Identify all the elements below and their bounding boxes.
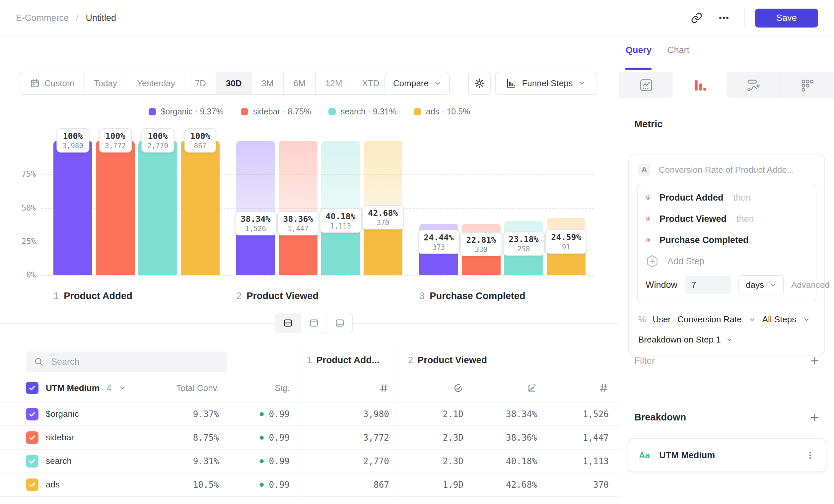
breakdown-section: Breakdown [634, 412, 820, 423]
view-option-layout-top[interactable] [301, 313, 327, 333]
range-label: 6M [293, 78, 306, 89]
row-checkbox[interactable] [26, 455, 39, 467]
legend-item-search[interactable]: search · 9.31% [328, 107, 396, 116]
share-link-icon[interactable] [687, 8, 706, 27]
range-3m[interactable]: 3M [252, 72, 284, 94]
row-viewed-pct: 38.36% [506, 433, 537, 443]
add-breakdown-icon[interactable] [809, 412, 820, 423]
breakdown-on-step-select[interactable]: Breakdown on Step 1 [629, 325, 825, 345]
row-step1-count: 867 [374, 480, 389, 490]
metric-section-label: Metric [634, 119, 662, 130]
more-menu-icon[interactable] [715, 8, 733, 27]
advanced-toggle[interactable]: Advanced [791, 280, 834, 290]
bar-pct-label: 100% [62, 131, 83, 141]
bar-count-label: 867 [190, 142, 210, 150]
funnel-bar-search[interactable] [138, 141, 177, 275]
property-type-badge: Aa [639, 450, 650, 461]
breadcrumb-current[interactable]: Untitled [86, 13, 116, 23]
add-step-button[interactable]: Add Step [638, 251, 816, 272]
chart-kind-flow[interactable] [726, 72, 780, 98]
row-name: search [46, 456, 72, 466]
chart-kind-dots[interactable] [780, 72, 834, 98]
tab-line-chart-icon [639, 78, 654, 92]
legend-swatch [414, 108, 421, 115]
metric-step-2[interactable]: 2Product Viewedthen [638, 208, 816, 229]
range-label: Custom [44, 78, 74, 89]
metric-card: A Conversion Rate of Product Adde... 1Pr… [628, 155, 825, 356]
table-search[interactable] [26, 351, 227, 372]
funnel-bar-sidebar[interactable] [96, 141, 135, 275]
step-event-name: Purchase Completed [659, 235, 749, 245]
tab-query[interactable]: Query [626, 45, 652, 55]
tab-chart[interactable]: Chart [667, 45, 689, 55]
save-button[interactable]: Save [755, 8, 818, 27]
chevron-down-icon[interactable] [748, 316, 756, 323]
percent-symbol: % [638, 314, 646, 325]
measure-select[interactable]: Conversion Rate [677, 314, 742, 325]
range-30d[interactable]: 30D [216, 72, 252, 94]
total-conv-header[interactable]: Total Conv. [176, 383, 219, 393]
legend-item-ads[interactable]: ads · 10.5% [414, 107, 470, 116]
step-hexagon-badge: 2 [645, 216, 651, 222]
bar-count-label: 91 [551, 243, 581, 251]
chevron-down-icon[interactable] [119, 384, 126, 392]
utm-medium-label[interactable]: UTM Medium [46, 383, 100, 393]
breakdown-property-card[interactable]: Aa UTM Medium [628, 438, 826, 472]
steps-scope-select[interactable]: All Steps [762, 314, 796, 325]
chart-settings-button[interactable] [468, 72, 491, 95]
search-icon [34, 357, 44, 367]
chart-kind-funnel[interactable] [673, 72, 726, 98]
funnel-bar-ads[interactable] [181, 141, 220, 275]
sig-header[interactable]: Sig. [275, 383, 290, 393]
count-column-icon[interactable] [379, 383, 389, 393]
chevron-down-icon[interactable] [803, 316, 810, 323]
row-name-cell: ads [26, 479, 172, 491]
search-input[interactable] [50, 357, 219, 367]
chart-type-button[interactable]: Funnel Steps [495, 72, 596, 95]
row-checkbox[interactable] [26, 431, 39, 444]
range-7d[interactable]: 7D [185, 72, 216, 94]
select-all-checkbox[interactable] [26, 382, 39, 394]
row-viewed-count: 1,526 [583, 409, 609, 419]
bar-value-badge: 100%3,980 [57, 128, 89, 153]
row-checkbox[interactable] [26, 479, 39, 491]
significance-dot [260, 459, 264, 463]
count-column-icon[interactable] [598, 383, 609, 393]
row-total-conv: 9.31% [193, 456, 219, 466]
panel-tabs: Query Chart [626, 45, 689, 55]
counting-method[interactable]: User [653, 314, 671, 325]
range-custom[interactable]: Custom [20, 72, 85, 94]
metric-step-1[interactable]: 1Product Addedthen [638, 187, 816, 208]
add-filter-icon[interactable] [809, 356, 820, 366]
row-significance: 0.99 [260, 433, 290, 443]
chart-type-label: Funnel Steps [522, 78, 573, 89]
row-checkbox[interactable] [26, 408, 39, 420]
avg-time-column-icon[interactable] [453, 383, 463, 393]
breadcrumb-parent[interactable]: E-Commerce [16, 13, 69, 23]
row-name-cell: $organic [26, 408, 172, 420]
funnel-bar-organic[interactable] [53, 141, 92, 275]
main-area: CustomTodayYesterday7D30D3M6M12MXTD Comp… [0, 37, 834, 503]
funnel-steps-card: 1Product Addedthen2Product Viewedthen3Pu… [637, 184, 816, 302]
view-option-layout-bottom[interactable] [327, 313, 352, 333]
row-step1-count: 3,772 [363, 433, 389, 443]
window-unit-select[interactable]: days [739, 275, 784, 294]
legend-item-organic[interactable]: $organic · 9.37% [149, 107, 224, 116]
chart-kind-line-chart[interactable] [619, 72, 673, 98]
conversion-column-icon[interactable]: % [527, 383, 537, 393]
range-today[interactable]: Today [85, 72, 127, 94]
view-option-layout-split[interactable] [275, 313, 301, 333]
row-significance: 0.99 [260, 409, 290, 419]
window-value-input[interactable] [685, 276, 731, 294]
range-12m[interactable]: 12M [316, 72, 353, 94]
compare-button[interactable]: Compare [385, 72, 450, 95]
metric-title-row[interactable]: A Conversion Rate of Product Adde... [629, 155, 825, 176]
range-yesterday[interactable]: Yesterday [127, 72, 185, 94]
legend-item-sidebar[interactable]: sidebar · 8.75% [241, 107, 311, 116]
kebab-menu-icon[interactable] [805, 450, 815, 460]
range-6m[interactable]: 6M [284, 72, 316, 94]
bar-count-label: 1,113 [325, 222, 355, 230]
metric-step-3[interactable]: 3Purchase Completed [638, 229, 816, 251]
y-axis-tick: 25% [8, 237, 36, 246]
step-then-label: then [737, 214, 754, 224]
